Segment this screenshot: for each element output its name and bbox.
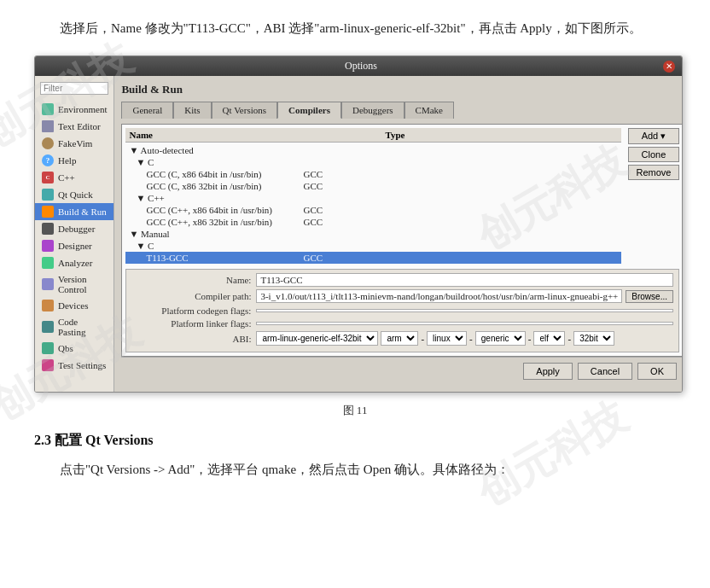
tree-manual[interactable]: ▼ Manual bbox=[125, 228, 621, 240]
name-field-row: Name: T113-GCC bbox=[131, 273, 673, 287]
sidebar-item-qt-quick[interactable]: Qt Quick bbox=[35, 186, 113, 203]
sidebar-item-version-control[interactable]: Version Control bbox=[35, 271, 113, 297]
codegen-value[interactable] bbox=[256, 309, 673, 312]
sidebar-item-cpp[interactable]: C C++ bbox=[35, 169, 113, 186]
tree-gcc-c-32[interactable]: GCC (C, x86 32bit in /usr/bin)GCC bbox=[125, 180, 621, 192]
abi-env-select[interactable]: generic bbox=[475, 331, 526, 346]
cpp-icon: C bbox=[42, 172, 54, 183]
detail-fields: Name: T113-GCC Compiler path: 3-i_v1.0/o… bbox=[125, 269, 679, 352]
section-title: Build & Run bbox=[121, 83, 683, 96]
browse-button[interactable]: Browse... bbox=[626, 290, 673, 303]
figure-caption: 图 11 bbox=[34, 403, 676, 418]
abi-main-select[interactable]: arm-linux-generic-elf-32bit bbox=[256, 331, 378, 346]
right-buttons: Add ▾ Clone Remove bbox=[625, 128, 679, 265]
abi-sep1: - bbox=[421, 334, 424, 344]
name-value: T113-GCC bbox=[256, 273, 673, 287]
path-label: Compiler path: bbox=[131, 291, 251, 301]
tree-cpp-group[interactable]: ▼ C++ bbox=[125, 192, 621, 204]
sidebar-item-debugger[interactable]: Debugger bbox=[35, 220, 113, 237]
dialog-footer: Apply Cancel OK bbox=[121, 357, 683, 385]
sidebar-item-text-editor[interactable]: Text Editor bbox=[35, 118, 113, 135]
intro-paragraph: 选择后，Name 修改为"T113-GCC"，ABI 选择"arm-linux-… bbox=[34, 17, 676, 40]
codegen-field-row: Platform codegen flags: bbox=[131, 306, 673, 316]
abi-sep3: - bbox=[528, 334, 532, 344]
tree-auto-detected[interactable]: ▼ Auto-detected bbox=[125, 144, 621, 156]
cancel-button[interactable]: Cancel bbox=[578, 363, 632, 380]
abi-label: ABI: bbox=[131, 334, 251, 344]
section-23-heading: 2.3 配置 Qt Versions bbox=[34, 432, 676, 450]
help-icon: ? bbox=[42, 154, 54, 166]
tree-gcc-cpp-64[interactable]: GCC (C++, x86 64bit in /usr/bin)GCC bbox=[125, 204, 621, 216]
analyze-icon bbox=[42, 257, 54, 269]
abi-row: arm-linux-generic-elf-32bit arm - linux … bbox=[256, 331, 614, 346]
sidebar-item-qbs[interactable]: Qbs bbox=[35, 340, 113, 357]
tab-cmake[interactable]: CMake bbox=[404, 102, 454, 119]
build-icon bbox=[42, 206, 54, 218]
codegen-label: Platform codegen flags: bbox=[131, 306, 251, 316]
abi-arch-select[interactable]: arm bbox=[381, 331, 418, 346]
tree-gcc-c-64[interactable]: GCC (C, x86 64bit in /usr/bin)GCC bbox=[125, 168, 621, 180]
remove-button[interactable]: Remove bbox=[628, 165, 679, 180]
col-type-header: Type bbox=[385, 130, 618, 140]
abi-bits-select[interactable]: 32bit bbox=[573, 331, 614, 346]
clone-button[interactable]: Clone bbox=[628, 147, 679, 162]
section-23-body: 点击"Qt Versions -> Add"，选择平台 qmake，然后点击 O… bbox=[34, 458, 676, 481]
tab-kits[interactable]: Kits bbox=[173, 102, 211, 119]
sidebar-item-help[interactable]: ? Help bbox=[35, 152, 113, 169]
sidebar-item-test-settings[interactable]: Test Settings bbox=[35, 357, 113, 374]
compiler-tree: ▼ Auto-detected ▼ C GCC (C, x86 64bit in… bbox=[125, 143, 621, 265]
options-dialog: Options ✕ Environment Text Editor bbox=[34, 55, 683, 393]
vc-icon bbox=[42, 278, 54, 290]
dialog-title: Options bbox=[59, 60, 663, 73]
abi-format-select[interactable]: elf bbox=[533, 331, 565, 346]
design-icon bbox=[42, 240, 54, 252]
linker-value[interactable] bbox=[256, 322, 673, 325]
sidebar-item-build-run[interactable]: Build & Run bbox=[35, 203, 113, 220]
tab-general[interactable]: General bbox=[121, 102, 173, 119]
abi-field-row: ABI: arm-linux-generic-elf-32bit arm - bbox=[131, 331, 673, 346]
tab-debuggers[interactable]: Debuggers bbox=[341, 102, 404, 119]
sidebar-item-devices[interactable]: Devices bbox=[35, 297, 113, 314]
code-icon bbox=[42, 321, 54, 333]
close-button[interactable]: ✕ bbox=[663, 61, 675, 73]
tabs-row: General Kits Qt Versions Compilers Debug… bbox=[121, 102, 683, 119]
tree-t113-gcc[interactable]: T113-GCCGCC bbox=[125, 252, 621, 264]
path-row: 3-i_v1.0/out/t113_i/tlt113-minievm-nand/… bbox=[256, 289, 673, 303]
ok-button[interactable]: OK bbox=[637, 363, 677, 380]
sidebar-filter-area bbox=[35, 79, 113, 97]
tree-c-group[interactable]: ▼ C bbox=[125, 156, 621, 168]
text-icon bbox=[42, 120, 54, 132]
abi-os-select[interactable]: linux bbox=[427, 331, 467, 346]
tab-qt-versions[interactable]: Qt Versions bbox=[212, 102, 277, 119]
add-button[interactable]: Add ▾ bbox=[628, 128, 679, 144]
tree-manual-c[interactable]: ▼ C bbox=[125, 240, 621, 252]
name-label: Name: bbox=[131, 275, 251, 285]
tab-compilers[interactable]: Compilers bbox=[277, 102, 341, 119]
debug-icon bbox=[42, 223, 54, 235]
path-field-row: Compiler path: 3-i_v1.0/out/t113_i/tlt11… bbox=[131, 289, 673, 303]
env-icon bbox=[42, 103, 54, 115]
abi-sep2: - bbox=[469, 334, 473, 344]
linker-label: Platform linker flags: bbox=[131, 318, 251, 329]
main-panel: Build & Run General Kits Qt Versions Com… bbox=[114, 76, 683, 392]
compilers-table-area: Name Type ▼ Auto-detected ▼ C bbox=[125, 128, 679, 265]
sidebar-item-analyzer[interactable]: Analyzer bbox=[35, 254, 113, 271]
sidebar-item-environment[interactable]: Environment bbox=[35, 101, 113, 118]
apply-button[interactable]: Apply bbox=[523, 363, 573, 380]
dialog-body: Environment Text Editor FakeVim ? Help C… bbox=[35, 76, 682, 392]
options-sidebar: Environment Text Editor FakeVim ? Help C… bbox=[35, 76, 114, 392]
fake-icon bbox=[42, 137, 54, 149]
filter-input[interactable] bbox=[40, 82, 108, 95]
test-icon bbox=[42, 359, 54, 371]
tree-gcc-cpp-32[interactable]: GCC (C++, x86 32bit in /usr/bin)GCC bbox=[125, 216, 621, 228]
abi-sep4: - bbox=[567, 334, 571, 344]
sidebar-item-code-pasting[interactable]: Code Pasting bbox=[35, 314, 113, 340]
dialog-titlebar: Options ✕ bbox=[35, 56, 682, 76]
linker-field-row: Platform linker flags: bbox=[131, 318, 673, 329]
compiler-list: Name Type ▼ Auto-detected ▼ C bbox=[125, 128, 621, 265]
tab-content: Name Type ▼ Auto-detected ▼ C bbox=[121, 124, 683, 357]
sidebar-item-designer[interactable]: Designer bbox=[35, 237, 113, 254]
sidebar-item-fakevim[interactable]: FakeVim bbox=[35, 135, 113, 152]
devices-icon bbox=[42, 300, 54, 311]
table-header: Name Type bbox=[125, 128, 621, 143]
